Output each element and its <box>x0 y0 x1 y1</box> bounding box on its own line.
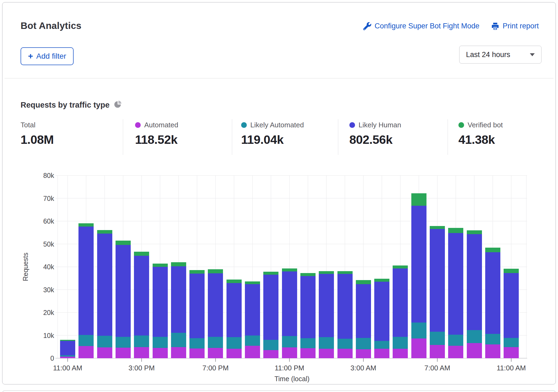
bar-segment-verified-bot[interactable] <box>189 270 205 274</box>
bar-segment-verified-bot[interactable] <box>300 273 316 276</box>
bar-segment-automated[interactable] <box>227 349 242 358</box>
bar-segment-likely-automated[interactable] <box>448 335 463 346</box>
bar-segment-automated[interactable] <box>374 349 389 358</box>
bar-segment-likely-human[interactable] <box>282 271 297 336</box>
bar-segment-likely-human[interactable] <box>116 245 131 337</box>
bar-segment-likely-automated[interactable] <box>430 332 445 345</box>
bar-segment-automated[interactable] <box>153 348 168 358</box>
bar-segment-verified-bot[interactable] <box>411 193 426 206</box>
bar-segment-verified-bot[interactable] <box>393 265 408 268</box>
bar-segment-automated[interactable] <box>78 346 94 358</box>
bar-segment-verified-bot[interactable] <box>116 241 131 245</box>
bar-segment-automated[interactable] <box>393 349 408 358</box>
bar-segment-likely-human[interactable] <box>153 267 168 337</box>
bar-segment-automated[interactable] <box>60 357 75 358</box>
bar-segment-likely-automated[interactable] <box>245 335 260 346</box>
bar-segment-likely-human[interactable] <box>411 206 426 323</box>
bar-segment-likely-human[interactable] <box>60 341 75 355</box>
bar-segment-verified-bot[interactable] <box>153 264 168 267</box>
bar-segment-automated[interactable] <box>171 347 186 358</box>
print-report-link[interactable]: Print report <box>491 22 539 30</box>
bar-segment-verified-bot[interactable] <box>356 280 371 284</box>
bar-segment-likely-automated[interactable] <box>60 355 75 357</box>
bar-segment-likely-human[interactable] <box>78 227 94 335</box>
bar-segment-likely-automated[interactable] <box>189 338 205 348</box>
add-filter-button[interactable]: + Add filter <box>21 47 74 65</box>
bar-segment-automated[interactable] <box>134 347 149 358</box>
bar-segment-likely-automated[interactable] <box>393 337 408 349</box>
bar-segment-likely-automated[interactable] <box>227 337 242 348</box>
time-range-select[interactable]: Last 24 hours <box>459 46 541 64</box>
bar-segment-verified-bot[interactable] <box>245 281 260 284</box>
bar-segment-likely-automated[interactable] <box>282 336 297 347</box>
bar-segment-likely-automated[interactable] <box>134 335 149 347</box>
bar-segment-verified-bot[interactable] <box>97 230 112 234</box>
bar-segment-likely-automated[interactable] <box>171 333 186 347</box>
bar-segment-likely-human[interactable] <box>134 256 149 336</box>
bar-segment-likely-automated[interactable] <box>208 337 223 348</box>
bar-segment-verified-bot[interactable] <box>467 230 482 234</box>
bar-segment-automated[interactable] <box>208 348 223 358</box>
bar-segment-likely-automated[interactable] <box>300 338 316 348</box>
bar-segment-automated[interactable] <box>116 348 131 358</box>
bar-segment-verified-bot[interactable] <box>374 279 389 282</box>
bar-segment-verified-bot[interactable] <box>282 268 297 271</box>
bar-segment-likely-human[interactable] <box>208 273 223 337</box>
bar-segment-likely-human[interactable] <box>485 252 500 334</box>
bar-segment-likely-human[interactable] <box>227 283 242 337</box>
bar-segment-likely-automated[interactable] <box>153 337 168 348</box>
bar-segment-likely-human[interactable] <box>430 229 445 332</box>
configure-super-bot-fight-mode-link[interactable]: Configure Super Bot Fight Mode <box>363 22 479 30</box>
bar-segment-verified-bot[interactable] <box>227 280 242 283</box>
bar-segment-likely-human[interactable] <box>504 273 519 338</box>
bar-segment-verified-bot[interactable] <box>430 226 445 229</box>
bar-segment-likely-human[interactable] <box>319 274 334 337</box>
bar-segment-likely-automated[interactable] <box>116 337 131 348</box>
bar-segment-automated[interactable] <box>282 347 297 358</box>
bar-segment-likely-human[interactable] <box>467 234 482 330</box>
bar-segment-automated[interactable] <box>411 338 426 358</box>
bar-segment-automated[interactable] <box>189 348 205 358</box>
bar-segment-automated[interactable] <box>245 346 260 358</box>
bar-segment-likely-human[interactable] <box>171 266 186 333</box>
bar-segment-likely-automated[interactable] <box>97 336 112 347</box>
bar-segment-likely-human[interactable] <box>189 274 205 338</box>
bar-segment-automated[interactable] <box>356 349 371 358</box>
bar-segment-automated[interactable] <box>504 347 519 358</box>
bar-segment-verified-bot[interactable] <box>263 272 278 275</box>
bar-segment-verified-bot[interactable] <box>208 269 223 273</box>
bar-segment-likely-automated[interactable] <box>263 340 278 350</box>
bar-segment-likely-human[interactable] <box>337 274 353 339</box>
bar-segment-automated[interactable] <box>319 349 334 358</box>
bar-segment-verified-bot[interactable] <box>337 271 353 274</box>
bar-segment-likely-automated[interactable] <box>411 323 426 338</box>
bar-segment-likely-automated[interactable] <box>504 338 519 347</box>
bar-segment-likely-automated[interactable] <box>485 334 500 345</box>
bar-segment-likely-automated[interactable] <box>337 339 353 348</box>
bar-segment-verified-bot[interactable] <box>134 252 149 255</box>
bar-segment-likely-automated[interactable] <box>78 335 94 346</box>
bar-segment-likely-automated[interactable] <box>319 337 334 349</box>
bar-segment-automated[interactable] <box>467 343 482 358</box>
bar-segment-likely-human[interactable] <box>300 276 316 338</box>
bar-segment-likely-human[interactable] <box>374 282 389 341</box>
bar-segment-automated[interactable] <box>263 350 278 358</box>
bar-segment-likely-human[interactable] <box>263 275 278 340</box>
bar-segment-verified-bot[interactable] <box>485 248 500 252</box>
bar-segment-automated[interactable] <box>337 349 353 358</box>
bar-segment-verified-bot[interactable] <box>78 223 94 227</box>
bar-segment-likely-human[interactable] <box>356 284 371 338</box>
bar-segment-verified-bot[interactable] <box>504 269 519 273</box>
bar-segment-verified-bot[interactable] <box>448 228 463 233</box>
bar-segment-automated[interactable] <box>485 344 500 358</box>
bar-segment-automated[interactable] <box>300 348 316 358</box>
bar-segment-likely-automated[interactable] <box>467 330 482 343</box>
bar-segment-likely-automated[interactable] <box>356 338 371 349</box>
bar-segment-automated[interactable] <box>97 347 112 358</box>
bar-segment-likely-human[interactable] <box>97 234 112 336</box>
bar-segment-verified-bot[interactable] <box>60 340 75 341</box>
bar-segment-verified-bot[interactable] <box>171 262 186 266</box>
bar-segment-likely-human[interactable] <box>448 233 463 335</box>
bar-segment-verified-bot[interactable] <box>319 271 334 274</box>
requests-by-traffic-type-chart[interactable]: 010k20k30k40k50k60k70k80k11:00 AM3:00 PM… <box>0 151 558 392</box>
